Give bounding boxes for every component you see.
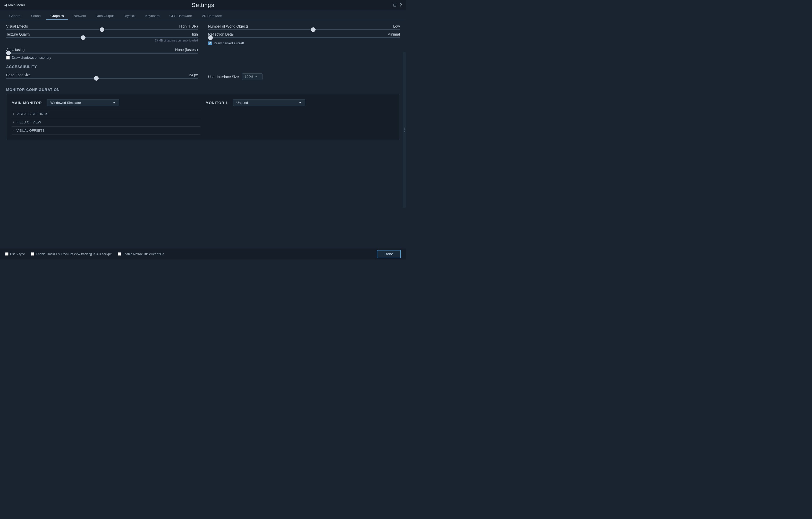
- draw-shadows-label: Draw shadows on scenery: [12, 56, 51, 60]
- chevron-left-icon: ◀: [4, 3, 7, 7]
- vsync-label: Use Vsync: [10, 252, 25, 256]
- sliders-icon[interactable]: ⊞: [393, 3, 397, 7]
- back-label: Main Menu: [8, 3, 25, 7]
- list-item-visuals[interactable]: + VISUALS SETTINGS: [11, 110, 200, 118]
- trackir-checkbox[interactable]: [31, 252, 34, 256]
- matrox-checkbox[interactable]: [118, 252, 121, 256]
- base-font-size-group: Base Font Size 24 px: [6, 73, 198, 79]
- row-visual-world: Visual Effects High (HDR) Texture Qualit…: [6, 24, 400, 45]
- edge-dot-2: [404, 129, 405, 131]
- top-icons: ⊞ ?: [393, 3, 402, 7]
- vsync-row: Use Vsync: [5, 252, 25, 256]
- main-monitor-col: MAIN MONITOR Windowed Simulator ▼ + VISU…: [11, 99, 200, 135]
- visual-effects-slider[interactable]: [6, 29, 198, 30]
- tab-general[interactable]: General: [5, 12, 25, 20]
- col-left: Visual Effects High (HDR) Texture Qualit…: [6, 24, 198, 45]
- world-objects-slider[interactable]: [208, 29, 400, 30]
- monitor-config-title: MONITOR CONFIGURATION: [6, 88, 400, 92]
- monitor1-title: MONITOR 1: [206, 101, 228, 105]
- tab-gps-hardware[interactable]: GPS Hardware: [165, 12, 196, 20]
- right-edge-indicator: [403, 52, 406, 207]
- monitor-list: + VISUALS SETTINGS + FIELD OF VIEW − VIS…: [11, 110, 200, 135]
- top-bar: ◀ Main Menu Settings ⊞ ?: [0, 0, 406, 10]
- main-content: Visual Effects High (HDR) Texture Qualit…: [0, 20, 406, 248]
- col-right: Number of World Objects Low Reflection D…: [208, 24, 400, 45]
- question-icon[interactable]: ?: [400, 3, 402, 7]
- tab-vr-hardware[interactable]: VR Hardware: [198, 12, 226, 20]
- chevron-down-icon: ▼: [255, 75, 257, 78]
- tab-sound[interactable]: Sound: [27, 12, 45, 20]
- bottom-bar: Use Vsync Enable TrackIR & TrackHat view…: [0, 248, 406, 260]
- tab-data-output[interactable]: Data Output: [92, 12, 118, 20]
- tab-joystick[interactable]: Joystick: [119, 12, 140, 20]
- antialiasing-group: Antialiasing None (fastest): [6, 48, 198, 54]
- base-font-size-slider[interactable]: [6, 78, 198, 79]
- antialiasing-col: Antialiasing None (fastest) Draw shadows…: [6, 48, 198, 60]
- list-item-offsets-label: VISUAL OFFSETS: [17, 128, 45, 133]
- ui-size-row: User Interface Size 100% ▼: [208, 74, 400, 80]
- monitor1-dropdown-value: Unused: [236, 101, 296, 105]
- edge-dot-3: [404, 131, 405, 132]
- antialiasing-slider[interactable]: [6, 53, 198, 54]
- vsync-checkbox[interactable]: [5, 252, 8, 256]
- visual-effects-group: Visual Effects High (HDR): [6, 24, 198, 30]
- tab-network[interactable]: Network: [69, 12, 90, 20]
- accessibility-title: ACCESSIBILITY: [6, 65, 400, 69]
- row-accessibility: Base Font Size 24 px User Interface Size…: [6, 73, 400, 80]
- trackir-label: Enable TrackIR & TrackHat view tracking …: [36, 252, 111, 256]
- edge-dot-1: [404, 127, 405, 128]
- monitor-box: MAIN MONITOR Windowed Simulator ▼ + VISU…: [6, 94, 400, 140]
- draw-parked-row: Draw parked aircraft: [208, 41, 400, 45]
- main-monitor-dropdown[interactable]: Windowed Simulator ▼: [47, 99, 119, 106]
- reflection-detail-group: Reflection Detail Minimal: [208, 32, 400, 38]
- trackir-row: Enable TrackIR & TrackHat view tracking …: [31, 252, 111, 256]
- matrox-row: Enable Matrox TripleHead2Go: [118, 252, 164, 256]
- draw-parked-label: Draw parked aircraft: [214, 41, 244, 45]
- draw-parked-checkbox[interactable]: [208, 41, 212, 45]
- main-monitor-dropdown-value: Windowed Simulator: [51, 101, 111, 105]
- list-item-fov[interactable]: + FIELD OF VIEW: [11, 118, 200, 126]
- back-button[interactable]: ◀ Main Menu: [4, 3, 25, 7]
- reflection-detail-slider[interactable]: [208, 37, 400, 38]
- plus-icon-fov: +: [12, 121, 14, 124]
- list-item-offsets[interactable]: − VISUAL OFFSETS: [11, 126, 200, 135]
- tab-keyboard[interactable]: Keyboard: [141, 12, 164, 20]
- ui-size-value: 100%: [245, 75, 253, 79]
- plus-icon-visuals: +: [12, 112, 14, 116]
- list-item-visuals-label: VISUALS SETTINGS: [17, 112, 49, 116]
- chevron-down-icon-main: ▼: [113, 101, 116, 105]
- draw-shadows-row: Draw shadows on scenery: [6, 56, 198, 60]
- monitor-row: MAIN MONITOR Windowed Simulator ▼ + VISU…: [11, 99, 395, 135]
- main-monitor-header: MAIN MONITOR Windowed Simulator ▼: [11, 99, 200, 106]
- ui-size-label: User Interface Size: [208, 75, 239, 79]
- texture-quality-slider[interactable]: [6, 37, 198, 38]
- page-title: Settings: [192, 2, 214, 8]
- world-objects-group: Number of World Objects Low: [208, 24, 400, 30]
- monitor-section: MONITOR CONFIGURATION MAIN MONITOR Windo…: [6, 85, 400, 140]
- ui-size-dropdown[interactable]: 100% ▼: [242, 74, 262, 80]
- tab-graphics[interactable]: Graphics: [47, 12, 68, 20]
- minus-icon-offsets: −: [12, 129, 14, 133]
- row-antialiasing: Antialiasing None (fastest) Draw shadows…: [6, 48, 400, 60]
- chevron-down-icon-mon1: ▼: [298, 101, 302, 105]
- list-item-fov-label: FIELD OF VIEW: [17, 120, 41, 124]
- monitor1-dropdown[interactable]: Unused ▼: [233, 99, 305, 106]
- font-size-col: Base Font Size 24 px: [6, 73, 198, 80]
- monitor1-col: MONITOR 1 Unused ▼: [206, 99, 395, 110]
- texture-sub-text: 83 MB of textures currently loaded: [6, 39, 198, 42]
- matrox-label: Enable Matrox TripleHead2Go: [123, 252, 164, 256]
- main-monitor-title: MAIN MONITOR: [11, 101, 42, 105]
- ui-size-col: User Interface Size 100% ▼: [208, 73, 400, 80]
- right-empty-col: [208, 48, 400, 60]
- monitor1-header: MONITOR 1 Unused ▼: [206, 99, 395, 106]
- texture-quality-group: Texture Quality High 83 MB of textures c…: [6, 32, 198, 42]
- done-button[interactable]: Done: [377, 250, 401, 258]
- tabs-bar: General Sound Graphics Network Data Outp…: [0, 10, 406, 20]
- draw-shadows-checkbox[interactable]: [6, 56, 10, 60]
